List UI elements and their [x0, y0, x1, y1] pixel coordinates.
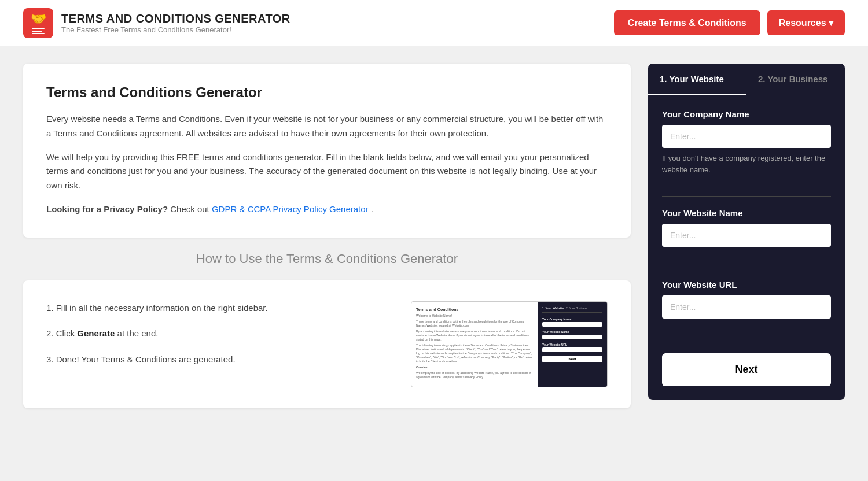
logo-area: 🤝 TERMS AND CONDITIONS GENERATOR The Fas… — [23, 8, 290, 38]
info-para-1: Every website needs a Terms and Conditio… — [46, 112, 608, 141]
resources-button[interactable]: Resources ▾ — [767, 10, 845, 35]
step-3: 3. Done! Your Terms & Conditions are gen… — [46, 353, 388, 367]
mini-cookies-title: Cookies — [416, 365, 533, 369]
privacy-policy-link[interactable]: GDPR & CCPA Privacy Policy Generator — [212, 204, 369, 214]
divider-1 — [662, 196, 831, 197]
mini-para-4: The following terminology applies to the… — [416, 343, 533, 364]
mini-preview: Terms and Conditions Welcome to Website … — [411, 301, 608, 387]
mini-input-website — [542, 335, 602, 339]
main-content: Terms and Conditions Generator Every web… — [23, 64, 631, 408]
handshake-icon: 🤝 — [31, 12, 46, 27]
mini-label-url: Your Website URL — [542, 343, 602, 346]
mini-tabs: 1. Your Website 2. Your Business — [542, 306, 602, 313]
mini-para-3: By accessing this website we assume you … — [416, 330, 533, 342]
website-url-group: Your Website URL — [662, 280, 831, 319]
sidebar: 1. Your Website 2. Your Business Your Co… — [648, 64, 845, 408]
sidebar-step-1[interactable]: 1. Your Website — [648, 64, 746, 95]
logo-icon: 🤝 — [23, 8, 53, 38]
info-card-title: Terms and Conditions Generator — [46, 84, 608, 101]
logo-text: TERMS AND CONDITIONS GENERATOR The Faste… — [61, 12, 290, 34]
logo-title: TERMS AND CONDITIONS GENERATOR — [61, 12, 290, 25]
step-2: 2. Click Generate at the end. — [46, 327, 388, 341]
mini-title: Terms and Conditions — [416, 308, 533, 312]
steps-list: 1. Fill in all the necessary information… — [46, 301, 388, 367]
logo-subtitle: The Fastest Free Terms and Conditions Ge… — [61, 25, 290, 34]
mini-next-btn: Next — [542, 356, 602, 362]
sidebar-steps: 1. Your Website 2. Your Business — [648, 64, 845, 95]
logo-line-3 — [32, 33, 45, 34]
privacy-suffix: . — [371, 204, 373, 214]
divider-2 — [662, 268, 831, 268]
mini-preview-inner: Terms and Conditions Welcome to Website … — [411, 302, 607, 387]
mini-tab-1: 1. Your Website — [542, 306, 564, 310]
privacy-question-text: Check out — [170, 204, 212, 214]
logo-line-2 — [32, 31, 42, 32]
mini-input-url — [542, 347, 602, 352]
website-name-label: Your Website Name — [662, 208, 831, 218]
how-to-card: 1. Fill in all the necessary information… — [23, 280, 631, 408]
website-url-label: Your Website URL — [662, 280, 831, 290]
company-name-label: Your Company Name — [662, 109, 831, 119]
company-hint: If you don't have a company registered, … — [662, 153, 831, 175]
info-card: Terms and Conditions Generator Every web… — [23, 64, 631, 238]
website-name-input[interactable] — [662, 224, 831, 247]
how-to-title: How to Use the Terms & Conditions Genera… — [23, 251, 631, 267]
website-name-group: Your Website Name — [662, 208, 831, 247]
privacy-question-bold: Looking for a Privacy Policy? — [46, 204, 168, 214]
mini-tab-2: 2. Your Business — [566, 306, 587, 310]
main-layout: Terms and Conditions Generator Every web… — [0, 46, 868, 426]
mini-para-2: These terms and conditions outline the r… — [416, 320, 533, 328]
header: 🤝 TERMS AND CONDITIONS GENERATOR The Fas… — [0, 0, 868, 46]
header-actions: Create Terms & Conditions Resources ▾ — [614, 10, 845, 35]
mini-para-1: Welcome to Website Name! — [416, 314, 533, 318]
mini-right: 1. Your Website 2. Your Business Your Co… — [538, 302, 607, 387]
info-para-2: We will help you by providing this FREE … — [46, 150, 608, 193]
create-terms-button[interactable]: Create Terms & Conditions — [614, 10, 760, 35]
info-para-3: Looking for a Privacy Policy? Check out … — [46, 202, 608, 217]
mini-label-website: Your Website Name — [542, 330, 602, 334]
website-url-input[interactable] — [662, 295, 831, 319]
mini-left: Terms and Conditions Welcome to Website … — [411, 302, 538, 387]
sidebar-form: Your Company Name If you don't have a co… — [648, 95, 845, 344]
logo-lines — [32, 28, 45, 34]
next-button[interactable]: Next — [662, 353, 831, 386]
mini-label-company: Your Company Name — [542, 317, 602, 321]
company-name-group: Your Company Name If you don't have a co… — [662, 109, 831, 175]
logo-line-1 — [32, 28, 45, 29]
mini-input-company — [542, 322, 602, 327]
sidebar-step-2[interactable]: 2. Your Business — [746, 64, 845, 95]
generate-bold: Generate — [77, 328, 115, 338]
company-name-input[interactable] — [662, 125, 831, 148]
mini-cookies-text: We employ the use of cookies. By accessi… — [416, 371, 533, 379]
step-1: 1. Fill in all the necessary information… — [46, 301, 388, 316]
sidebar-next: Next — [648, 344, 845, 400]
